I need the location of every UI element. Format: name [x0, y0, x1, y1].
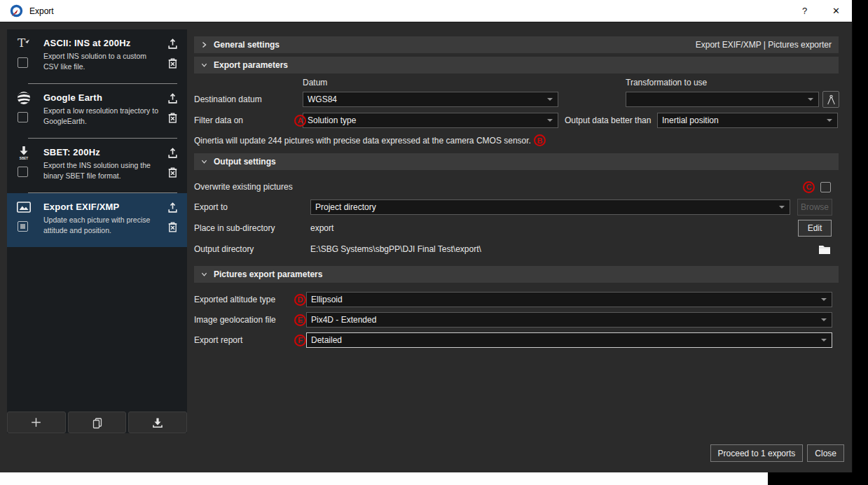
sbet-download-icon: SBET: [16, 145, 32, 160]
qinertia-logo-icon: [9, 4, 23, 18]
section-header-pictures-parameters[interactable]: Pictures export parameters: [194, 266, 839, 283]
open-output-folder-button[interactable]: [818, 244, 831, 255]
item-description: Export a low resolution trajectory to Go…: [43, 106, 162, 126]
subdirectory-label: Place in sub-directory: [194, 223, 310, 233]
folder-icon: [818, 244, 831, 255]
export-item-icon[interactable]: [167, 38, 179, 50]
geolocation-file-dropdown[interactable]: Pix4D - Extended: [306, 312, 832, 328]
dropdown-caret-icon: [821, 298, 827, 301]
delete-item-icon[interactable]: [167, 112, 179, 124]
browse-button[interactable]: Browse: [797, 199, 832, 216]
dialog-body: T ASCII: INS at 200Hz Export INS solutio…: [0, 22, 852, 472]
exporter-settings-panel: General settings Export EXIF/XMP | Pictu…: [194, 29, 839, 348]
item-icon-column: [14, 199, 43, 247]
item-title: SBET: 200Hz: [43, 147, 162, 157]
subdirectory-value: export: [310, 223, 333, 233]
export-to-dropdown[interactable]: Project directory: [310, 199, 790, 215]
sidebar-toolbar: [7, 412, 187, 433]
overwrite-row: Overwrite existing pictures C: [194, 181, 839, 193]
item-texts: Export EXIF/XMP Update each picture with…: [43, 199, 162, 247]
help-button[interactable]: ?: [789, 0, 820, 22]
transformation-dropdown[interactable]: [626, 92, 819, 107]
item-checkbox[interactable]: [18, 57, 28, 68]
transformation-column-label: Transformation to use: [626, 78, 707, 87]
sidebar-item-google-earth[interactable]: Google Earth Export a low resolution tra…: [7, 84, 187, 138]
transformation-tool-button[interactable]: [822, 91, 839, 108]
close-button[interactable]: Close: [807, 444, 844, 462]
output-directory-label: Output directory: [194, 244, 310, 254]
section-title: General settings: [214, 40, 280, 50]
chevron-right-icon: [201, 41, 207, 48]
delete-item-icon[interactable]: [167, 57, 179, 69]
item-checkbox[interactable]: [18, 167, 28, 177]
proceed-button[interactable]: Proceed to 1 exports: [710, 444, 804, 462]
text-export-icon: T: [16, 36, 32, 51]
output-better-label: Output data better than: [565, 115, 652, 125]
filter-data-dropdown[interactable]: Solution type: [303, 113, 558, 128]
export-dialog: Export ? ✕ T ASCII: INS at 200Hz: [0, 0, 853, 472]
subdirectory-row: Place in sub-directory export Edit: [194, 220, 839, 237]
annotation-f: F: [294, 335, 306, 346]
picture-icon: [16, 199, 32, 215]
exporter-list-sidebar: T ASCII: INS at 200Hz Export INS solutio…: [7, 29, 187, 433]
plus-icon: [29, 416, 43, 429]
pictures-update-info: Qinertia will update 244 pictures with p…: [194, 136, 531, 146]
dropdown-caret-icon: [547, 119, 553, 122]
destination-datum-label: Destination datum: [194, 94, 303, 104]
delete-item-icon[interactable]: [167, 167, 179, 178]
update-info-row: Qinertia will update 244 pictures with p…: [194, 134, 839, 146]
item-title: ASCII: INS at 200Hz: [43, 38, 162, 48]
section-header-output-settings[interactable]: Output settings: [194, 153, 839, 170]
dropdown-caret-icon: [779, 206, 785, 209]
google-earth-icon: [16, 90, 32, 106]
section-title: Export parameters: [214, 60, 288, 70]
item-actions: [162, 199, 183, 247]
overwrite-checkbox[interactable]: [820, 182, 831, 192]
duplicate-exporter-button[interactable]: [68, 412, 127, 433]
svg-text:SBET: SBET: [20, 157, 28, 160]
geolocation-file-row: Image geolocation file E Pix4D - Extende…: [194, 312, 839, 328]
annotation-c: C: [803, 181, 815, 193]
desktop-background-strip: [0, 472, 768, 485]
close-window-button[interactable]: ✕: [820, 0, 852, 22]
altitude-type-value: Ellipsoid: [311, 295, 343, 304]
import-exporter-button[interactable]: [128, 412, 187, 433]
output-better-dropdown[interactable]: Inertial position: [657, 113, 838, 128]
filter-data-label: Filter data on: [194, 115, 294, 125]
output-better-value: Inertial position: [662, 115, 719, 125]
item-checkbox[interactable]: [18, 112, 28, 122]
section-header-general-settings[interactable]: General settings Export EXIF/XMP | Pictu…: [194, 36, 839, 53]
add-exporter-button[interactable]: [7, 412, 66, 433]
chevron-down-icon: [201, 62, 207, 69]
sidebar-item-export-exif-xmp[interactable]: Export EXIF/XMP Update each picture with…: [7, 193, 187, 247]
export-to-value: Project directory: [315, 202, 376, 212]
edit-subdirectory-button[interactable]: Edit: [798, 220, 832, 237]
dropdown-caret-icon: [808, 98, 813, 101]
item-actions: [162, 90, 183, 138]
output-directory-value: E:\SBG Systems\sbgPP\DJI Final Test\expo…: [310, 244, 481, 254]
export-report-label: Export report: [194, 335, 294, 345]
destination-datum-dropdown[interactable]: WGS84: [303, 92, 558, 107]
item-checkbox[interactable]: [18, 221, 28, 232]
exporter-context-label: Export EXIF/XMP | Pictures exporter: [696, 40, 832, 50]
export-item-icon[interactable]: [167, 202, 179, 213]
datum-column-labels: Datum Transformation to use: [194, 78, 839, 89]
export-report-row: Export report F Detailed: [194, 332, 839, 348]
export-item-icon[interactable]: [167, 92, 179, 104]
export-to-label: Export to: [194, 202, 310, 212]
export-report-dropdown[interactable]: Detailed: [306, 332, 832, 348]
delete-item-icon[interactable]: [167, 221, 179, 233]
item-actions: [162, 36, 183, 83]
section-header-export-parameters[interactable]: Export parameters: [194, 57, 839, 73]
section-title: Pictures export parameters: [214, 269, 322, 279]
annotation-a: A: [294, 115, 306, 127]
altitude-type-dropdown[interactable]: Ellipsoid: [306, 292, 832, 307]
titlebar: Export ? ✕: [0, 0, 852, 22]
filter-data-value: Solution type: [308, 115, 356, 125]
export-item-icon[interactable]: [167, 147, 179, 159]
sidebar-item-ascii-ins[interactable]: T ASCII: INS at 200Hz Export INS solutio…: [7, 29, 187, 83]
export-to-row: Export to Project directory Browse: [194, 199, 839, 216]
annotation-b: B: [534, 134, 546, 146]
sidebar-item-sbet[interactable]: SBET SBET: 200Hz Export the INS solution…: [7, 139, 187, 192]
item-title: Google Earth: [43, 92, 162, 103]
